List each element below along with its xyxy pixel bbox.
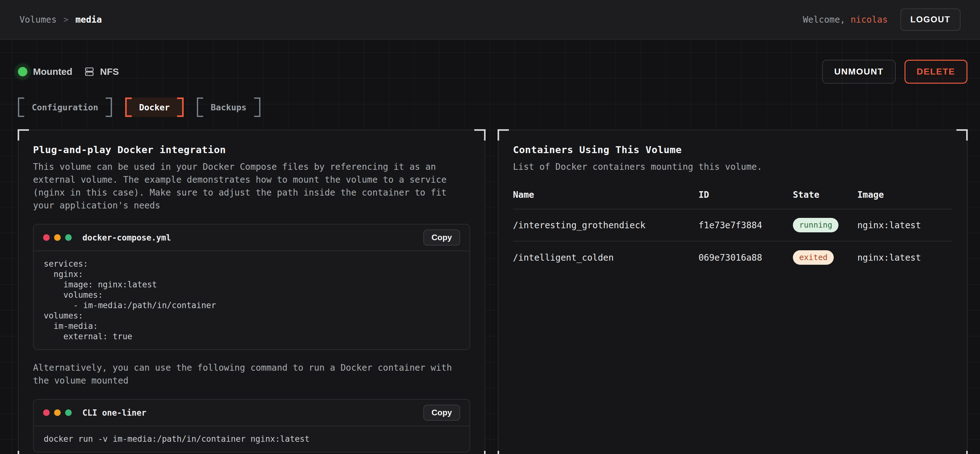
containers-panel-subtitle: List of Docker containers mounting this …: [513, 160, 952, 173]
cli-intro-text: Alternatively, you can use the following…: [33, 361, 470, 387]
welcome-prefix: Welcome,: [803, 14, 851, 25]
docker-panel-description: This volume can be used in your Docker C…: [33, 160, 470, 212]
tab-docker[interactable]: Docker: [125, 97, 184, 117]
containers-panel-title: Containers Using This Volume: [513, 144, 952, 155]
traffic-light-yellow-icon: [54, 410, 61, 416]
traffic-light-red-icon: [43, 234, 50, 241]
corner-bracket-icon: [474, 451, 485, 454]
compose-code-content: services: nginx: image: nginx:latest vol…: [33, 251, 469, 349]
docker-integration-panel: Plug-and-play Docker integration This vo…: [18, 130, 485, 454]
breadcrumb-volumes-link[interactable]: Volumes: [19, 14, 57, 25]
traffic-light-red-icon: [43, 410, 50, 416]
username: nicolas: [850, 14, 888, 25]
status-badge: running: [793, 218, 838, 232]
mounted-status-dot-icon: [18, 67, 27, 76]
tab-bar: Configuration Docker Backups: [18, 97, 967, 117]
volume-actions: UNMOUNT DELETE: [822, 60, 967, 84]
breadcrumb-current-volume: media: [75, 14, 102, 25]
window-dots: [43, 410, 72, 416]
breadcrumb-separator-icon: >: [64, 15, 68, 24]
breadcrumb: Volumes > media: [19, 14, 102, 25]
window-dots: [43, 234, 72, 241]
column-header-image: Image: [858, 190, 952, 200]
column-header-id: ID: [698, 190, 793, 200]
container-id: 069e73016a88: [698, 252, 793, 263]
docker-panel-title: Plug-and-play Docker integration: [33, 144, 470, 155]
containers-table: Name ID State Image /interesting_grothen…: [513, 190, 952, 273]
corner-bracket-icon: [498, 451, 509, 454]
table-row: /interesting_grothendieck f1e73e7f3884 r…: [513, 210, 952, 241]
table-row: /intelligent_colden 069e73016a88 exited …: [513, 241, 952, 273]
corner-bracket-icon: [474, 129, 485, 141]
compose-code-header: docker-compose.yml Copy: [33, 224, 469, 251]
server-icon: [84, 67, 94, 77]
container-name: /interesting_grothendieck: [513, 220, 698, 230]
copy-cli-button[interactable]: Copy: [423, 405, 460, 421]
container-image: nginx:latest: [858, 220, 952, 230]
cli-code-content: docker run -v im-media:/path/in/containe…: [33, 426, 469, 452]
main-content: Mounted NFS UNMOUNT DELETE Configuration…: [0, 40, 980, 454]
welcome-text: Welcome, nicolas: [803, 14, 888, 25]
corner-bracket-icon: [956, 129, 968, 141]
container-name: /intelligent_colden: [513, 252, 698, 263]
container-state: running: [793, 218, 858, 232]
corner-bracket-icon: [498, 129, 509, 141]
corner-bracket-icon: [18, 129, 29, 141]
nfs-type: NFS: [84, 66, 119, 77]
corner-bracket-icon: [956, 451, 968, 454]
nfs-label: NFS: [100, 66, 119, 77]
containers-panel: Containers Using This Volume List of Doc…: [498, 130, 967, 454]
status-badge: exited: [793, 250, 834, 265]
volume-status-indicators: Mounted NFS: [18, 66, 119, 77]
compose-code-block: docker-compose.yml Copy services: nginx:…: [33, 224, 470, 350]
mounted-status-label: Mounted: [33, 66, 72, 77]
top-header: Volumes > media Welcome, nicolas LOGOUT: [0, 0, 980, 40]
tab-backups[interactable]: Backups: [197, 97, 261, 117]
container-state: exited: [793, 250, 858, 265]
column-header-state: State: [793, 190, 858, 200]
delete-button[interactable]: DELETE: [905, 60, 967, 84]
column-header-name: Name: [513, 190, 698, 200]
container-id: f1e73e7f3884: [698, 220, 793, 230]
compose-filename: docker-compose.yml: [83, 233, 171, 243]
unmount-button[interactable]: UNMOUNT: [822, 60, 896, 84]
traffic-light-green-icon: [65, 234, 72, 241]
table-header-row: Name ID State Image: [513, 190, 952, 210]
copy-compose-button[interactable]: Copy: [423, 230, 460, 246]
cli-code-header: CLI one-liner Copy: [33, 400, 469, 426]
cli-title: CLI one-liner: [83, 408, 146, 417]
tab-configuration[interactable]: Configuration: [18, 97, 112, 117]
corner-bracket-icon: [18, 451, 29, 454]
mounted-status: Mounted: [18, 66, 72, 77]
logout-button[interactable]: LOGOUT: [900, 8, 961, 31]
traffic-light-yellow-icon: [54, 234, 61, 241]
traffic-light-green-icon: [65, 410, 72, 416]
cli-code-block: CLI one-liner Copy docker run -v im-medi…: [33, 399, 470, 452]
container-image: nginx:latest: [858, 252, 952, 263]
status-row: Mounted NFS UNMOUNT DELETE: [18, 60, 967, 84]
panels-row: Plug-and-play Docker integration This vo…: [18, 130, 967, 454]
header-right: Welcome, nicolas LOGOUT: [803, 8, 961, 31]
